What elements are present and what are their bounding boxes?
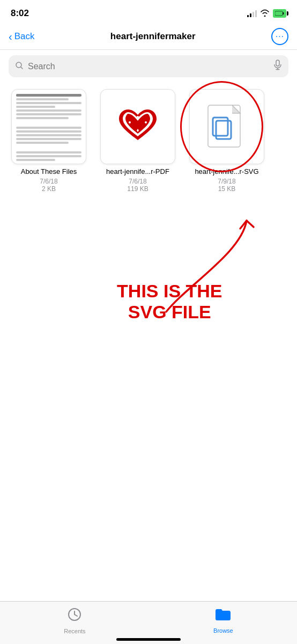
file-grid-area: About These Files 7/6/18 2 KB — [0, 83, 297, 339]
svg-file-icon — [190, 90, 264, 164]
browse-label: Browse — [213, 627, 233, 634]
search-icon — [15, 61, 24, 72]
file-grid: About These Files 7/6/18 2 KB — [0, 83, 297, 199]
file-name-svg: heart-jennife...r-SVG — [195, 167, 258, 177]
back-button[interactable]: ‹ Back — [9, 31, 34, 42]
svg-line-4 — [21, 67, 23, 69]
file-thumbnail-pdf — [100, 89, 175, 164]
microphone-icon[interactable] — [273, 60, 282, 73]
status-bar: 8:02 — [0, 0, 297, 24]
signal-icon — [247, 10, 257, 17]
main-content: About These Files 7/6/18 2 KB — [0, 50, 297, 387]
battery-icon — [273, 9, 286, 18]
wifi-icon — [260, 9, 270, 18]
file-date-about: 7/6/18 — [40, 178, 57, 185]
search-container — [0, 50, 297, 83]
chevron-left-icon: ‹ — [9, 31, 12, 42]
svg-rect-1 — [276, 12, 282, 16]
tab-browse[interactable]: Browse — [213, 608, 233, 634]
svg-line-17 — [75, 614, 77, 616]
file-thumbnail-about — [11, 89, 86, 164]
list-item[interactable]: heart-jennife...r-SVG 7/9/18 15 KB — [187, 89, 267, 193]
file-date-svg: 7/9/18 — [218, 178, 235, 185]
heart-pdf-preview — [116, 105, 159, 148]
svg-point-8 — [129, 121, 131, 123]
file-name-about: About These Files — [21, 167, 77, 177]
text-doc-preview — [12, 90, 86, 164]
annotation-label: THIS IS THE SVG FILE — [117, 281, 222, 323]
home-indicator — [116, 638, 181, 641]
file-date-pdf: 7/6/18 — [129, 178, 146, 185]
list-item[interactable]: About These Files 7/6/18 2 KB — [9, 89, 89, 193]
annotation-arrow-area: THIS IS THE SVG FILE — [0, 188, 297, 339]
search-input[interactable] — [28, 62, 269, 71]
svg-point-9 — [145, 121, 147, 123]
search-bar — [9, 55, 288, 77]
recents-label: Recents — [64, 628, 85, 634]
file-thumbnail-svg — [189, 89, 264, 164]
clock-icon — [67, 607, 82, 626]
file-name-pdf: heart-jennife...r-PDF — [106, 167, 169, 177]
svg-rect-2 — [283, 12, 284, 14]
nav-bar: ‹ Back heart-jennifermaker ··· — [0, 24, 297, 50]
list-item[interactable]: heart-jennife...r-PDF 7/6/18 119 KB — [98, 89, 178, 193]
status-icons — [247, 9, 286, 18]
ellipsis-icon: ··· — [276, 32, 284, 41]
page-title: heart-jennifermaker — [110, 31, 196, 42]
svg-rect-5 — [276, 60, 279, 66]
tab-bar: Recents Browse — [0, 601, 297, 644]
status-time: 8:02 — [11, 8, 29, 19]
tab-recents[interactable]: Recents — [64, 607, 85, 634]
back-label: Back — [14, 31, 35, 42]
svg-point-10 — [137, 116, 139, 118]
folder-icon — [214, 608, 232, 625]
more-options-button[interactable]: ··· — [271, 28, 288, 45]
